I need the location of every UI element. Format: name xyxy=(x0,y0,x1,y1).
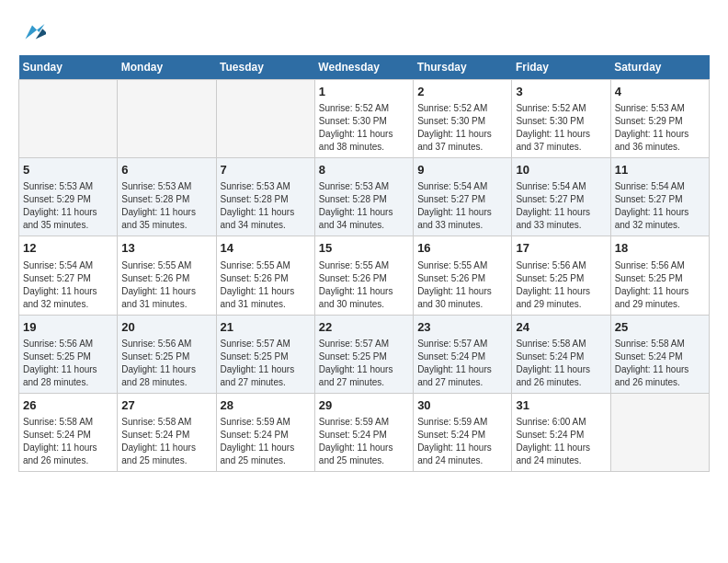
day-number: 2 xyxy=(417,84,507,100)
day-number: 10 xyxy=(516,162,606,178)
calendar-cell: 13Sunrise: 5:55 AM Sunset: 5:26 PM Dayli… xyxy=(118,236,216,315)
day-info: Sunrise: 5:55 AM Sunset: 5:26 PM Dayligh… xyxy=(221,259,311,311)
calendar-cell: 5Sunrise: 5:53 AM Sunset: 5:29 PM Daylig… xyxy=(19,158,118,236)
day-header-thursday: Thursday xyxy=(414,55,512,80)
calendar-cell xyxy=(216,80,314,158)
day-header-saturday: Saturday xyxy=(610,55,709,80)
calendar-cell: 8Sunrise: 5:53 AM Sunset: 5:28 PM Daylig… xyxy=(314,158,413,236)
calendar-cell: 12Sunrise: 5:54 AM Sunset: 5:27 PM Dayli… xyxy=(19,236,118,315)
day-info: Sunrise: 5:52 AM Sunset: 5:30 PM Dayligh… xyxy=(417,102,507,154)
calendar-cell xyxy=(610,393,709,471)
day-info: Sunrise: 5:53 AM Sunset: 5:28 PM Dayligh… xyxy=(121,180,211,232)
day-number: 28 xyxy=(221,397,311,414)
day-info: Sunrise: 5:52 AM Sunset: 5:30 PM Dayligh… xyxy=(516,102,606,154)
calendar-cell xyxy=(118,80,216,158)
day-info: Sunrise: 5:56 AM Sunset: 5:25 PM Dayligh… xyxy=(615,259,705,311)
day-number: 5 xyxy=(23,162,113,178)
day-number: 30 xyxy=(417,397,507,414)
calendar-week-3: 12Sunrise: 5:54 AM Sunset: 5:27 PM Dayli… xyxy=(19,236,710,315)
calendar-cell: 18Sunrise: 5:56 AM Sunset: 5:25 PM Dayli… xyxy=(610,236,709,315)
day-number: 17 xyxy=(516,240,606,257)
day-info: Sunrise: 5:55 AM Sunset: 5:26 PM Dayligh… xyxy=(319,259,409,311)
calendar-cell: 30Sunrise: 5:59 AM Sunset: 5:24 PM Dayli… xyxy=(414,393,512,471)
calendar-cell: 23Sunrise: 5:57 AM Sunset: 5:24 PM Dayli… xyxy=(414,315,512,393)
day-number: 26 xyxy=(23,397,113,414)
calendar-header-row: SundayMondayTuesdayWednesdayThursdayFrid… xyxy=(19,55,710,80)
day-number: 8 xyxy=(319,162,409,178)
calendar-week-4: 19Sunrise: 5:56 AM Sunset: 5:25 PM Dayli… xyxy=(19,315,710,393)
day-info: Sunrise: 6:00 AM Sunset: 5:24 PM Dayligh… xyxy=(516,416,606,467)
day-number: 21 xyxy=(221,319,311,336)
day-number: 18 xyxy=(615,240,705,257)
logo-icon xyxy=(18,18,46,46)
day-header-sunday: Sunday xyxy=(19,55,118,80)
day-header-friday: Friday xyxy=(512,55,610,80)
day-number: 25 xyxy=(615,319,705,336)
day-number: 14 xyxy=(221,240,311,257)
calendar-cell: 29Sunrise: 5:59 AM Sunset: 5:24 PM Dayli… xyxy=(314,393,413,471)
calendar-cell: 21Sunrise: 5:57 AM Sunset: 5:25 PM Dayli… xyxy=(216,315,314,393)
day-header-monday: Monday xyxy=(118,55,216,80)
calendar-week-2: 5Sunrise: 5:53 AM Sunset: 5:29 PM Daylig… xyxy=(19,158,710,236)
page-header xyxy=(18,18,710,46)
day-info: Sunrise: 5:53 AM Sunset: 5:28 PM Dayligh… xyxy=(319,180,409,232)
day-number: 31 xyxy=(516,397,606,414)
calendar-cell: 1Sunrise: 5:52 AM Sunset: 5:30 PM Daylig… xyxy=(314,80,413,158)
day-number: 22 xyxy=(319,319,409,336)
day-info: Sunrise: 5:52 AM Sunset: 5:30 PM Dayligh… xyxy=(319,102,409,154)
calendar-cell: 2Sunrise: 5:52 AM Sunset: 5:30 PM Daylig… xyxy=(414,80,512,158)
calendar-cell: 4Sunrise: 5:53 AM Sunset: 5:29 PM Daylig… xyxy=(610,80,709,158)
day-number: 20 xyxy=(121,319,211,336)
day-number: 15 xyxy=(319,240,409,257)
day-number: 7 xyxy=(221,162,311,178)
logo xyxy=(18,18,50,46)
calendar-cell: 31Sunrise: 6:00 AM Sunset: 5:24 PM Dayli… xyxy=(512,393,610,471)
day-info: Sunrise: 5:54 AM Sunset: 5:27 PM Dayligh… xyxy=(23,259,113,311)
day-number: 24 xyxy=(516,319,606,336)
day-info: Sunrise: 5:55 AM Sunset: 5:26 PM Dayligh… xyxy=(121,259,211,311)
calendar-cell: 11Sunrise: 5:54 AM Sunset: 5:27 PM Dayli… xyxy=(610,158,709,236)
day-info: Sunrise: 5:56 AM Sunset: 5:25 PM Dayligh… xyxy=(516,259,606,311)
calendar-table: SundayMondayTuesdayWednesdayThursdayFrid… xyxy=(18,55,710,472)
day-number: 12 xyxy=(23,240,113,257)
calendar-cell: 15Sunrise: 5:55 AM Sunset: 5:26 PM Dayli… xyxy=(314,236,413,315)
calendar-cell xyxy=(19,80,118,158)
calendar-cell: 9Sunrise: 5:54 AM Sunset: 5:27 PM Daylig… xyxy=(414,158,512,236)
day-info: Sunrise: 5:57 AM Sunset: 5:25 PM Dayligh… xyxy=(319,338,409,389)
day-number: 23 xyxy=(417,319,507,336)
day-number: 16 xyxy=(417,240,507,257)
calendar-cell: 6Sunrise: 5:53 AM Sunset: 5:28 PM Daylig… xyxy=(118,158,216,236)
day-info: Sunrise: 5:55 AM Sunset: 5:26 PM Dayligh… xyxy=(417,259,507,311)
calendar-cell: 19Sunrise: 5:56 AM Sunset: 5:25 PM Dayli… xyxy=(19,315,118,393)
calendar-week-5: 26Sunrise: 5:58 AM Sunset: 5:24 PM Dayli… xyxy=(19,393,710,471)
day-number: 29 xyxy=(319,397,409,414)
day-number: 19 xyxy=(23,319,113,336)
calendar-week-1: 1Sunrise: 5:52 AM Sunset: 5:30 PM Daylig… xyxy=(19,80,710,158)
calendar-cell: 17Sunrise: 5:56 AM Sunset: 5:25 PM Dayli… xyxy=(512,236,610,315)
day-info: Sunrise: 5:54 AM Sunset: 5:27 PM Dayligh… xyxy=(516,180,606,232)
calendar-cell: 26Sunrise: 5:58 AM Sunset: 5:24 PM Dayli… xyxy=(19,393,118,471)
calendar-cell: 25Sunrise: 5:58 AM Sunset: 5:24 PM Dayli… xyxy=(610,315,709,393)
day-number: 4 xyxy=(615,84,705,100)
day-info: Sunrise: 5:54 AM Sunset: 5:27 PM Dayligh… xyxy=(615,180,705,232)
day-info: Sunrise: 5:59 AM Sunset: 5:24 PM Dayligh… xyxy=(221,416,311,467)
day-info: Sunrise: 5:58 AM Sunset: 5:24 PM Dayligh… xyxy=(516,338,606,389)
day-number: 3 xyxy=(516,84,606,100)
calendar-cell: 28Sunrise: 5:59 AM Sunset: 5:24 PM Dayli… xyxy=(216,393,314,471)
day-number: 27 xyxy=(121,397,211,414)
day-info: Sunrise: 5:53 AM Sunset: 5:29 PM Dayligh… xyxy=(23,180,113,232)
calendar-cell: 24Sunrise: 5:58 AM Sunset: 5:24 PM Dayli… xyxy=(512,315,610,393)
day-info: Sunrise: 5:59 AM Sunset: 5:24 PM Dayligh… xyxy=(417,416,507,467)
day-number: 13 xyxy=(121,240,211,257)
day-info: Sunrise: 5:53 AM Sunset: 5:28 PM Dayligh… xyxy=(221,180,311,232)
day-header-wednesday: Wednesday xyxy=(314,55,413,80)
calendar-cell: 20Sunrise: 5:56 AM Sunset: 5:25 PM Dayli… xyxy=(118,315,216,393)
calendar-cell: 10Sunrise: 5:54 AM Sunset: 5:27 PM Dayli… xyxy=(512,158,610,236)
calendar-cell: 7Sunrise: 5:53 AM Sunset: 5:28 PM Daylig… xyxy=(216,158,314,236)
day-info: Sunrise: 5:54 AM Sunset: 5:27 PM Dayligh… xyxy=(417,180,507,232)
day-info: Sunrise: 5:57 AM Sunset: 5:25 PM Dayligh… xyxy=(221,338,311,389)
day-info: Sunrise: 5:56 AM Sunset: 5:25 PM Dayligh… xyxy=(121,338,211,389)
day-info: Sunrise: 5:58 AM Sunset: 5:24 PM Dayligh… xyxy=(615,338,705,389)
day-info: Sunrise: 5:59 AM Sunset: 5:24 PM Dayligh… xyxy=(319,416,409,467)
day-number: 9 xyxy=(417,162,507,178)
